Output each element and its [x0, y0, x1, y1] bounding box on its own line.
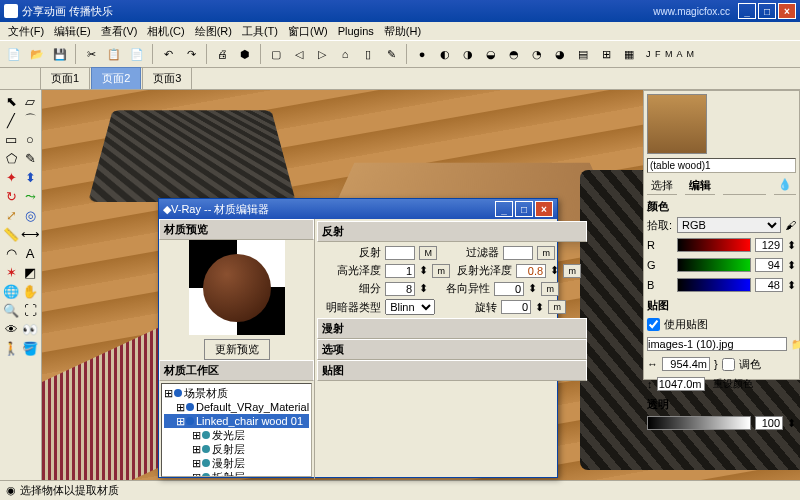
menu-tools[interactable]: 工具(T) — [238, 23, 282, 40]
sphere7-icon[interactable]: ◕ — [550, 44, 570, 64]
material-tree[interactable]: ⊞场景材质⊞Default_VRay_Material⊞Linked_chair… — [161, 383, 312, 477]
close-button[interactable]: × — [778, 3, 796, 19]
tab-page2[interactable]: 页面2 — [91, 67, 141, 89]
rect-tool-icon[interactable]: ▭ — [2, 130, 20, 148]
orbit-tool-icon[interactable]: 🌐 — [2, 282, 20, 300]
zoomext-tool-icon[interactable]: ⛶ — [21, 301, 39, 319]
paste-icon[interactable]: 📄 — [127, 44, 147, 64]
offset-tool-icon[interactable]: ◎ — [21, 206, 39, 224]
tab-page1[interactable]: 页面1 — [40, 67, 90, 89]
texture-file-input[interactable] — [647, 337, 787, 351]
use-texture-checkbox[interactable] — [647, 318, 660, 331]
tree-node[interactable]: ⊞折射层 — [164, 470, 309, 477]
save-icon[interactable]: 💾 — [50, 44, 70, 64]
tree-node[interactable]: ⊞场景材质 — [164, 386, 309, 400]
menu-help[interactable]: 帮助(H) — [380, 23, 425, 40]
pan-tool-icon[interactable]: ✋ — [21, 282, 39, 300]
vray-minimize-button[interactable]: _ — [495, 201, 513, 217]
r-slider[interactable] — [677, 238, 751, 252]
reflect-section[interactable]: 反射 — [317, 221, 587, 242]
menu-view[interactable]: 查看(V) — [97, 23, 142, 40]
color-mode-select[interactable]: RGB — [677, 217, 781, 233]
picker-icon[interactable]: 🖌 — [785, 219, 796, 231]
sphere6-icon[interactable]: ◔ — [527, 44, 547, 64]
zoom-tool-icon[interactable]: 🔍 — [2, 301, 20, 319]
section-tool-icon[interactable]: ◩ — [21, 263, 39, 281]
browse-icon[interactable]: 📁 — [791, 338, 800, 351]
tree-node[interactable]: ⊞Default_VRay_Material — [164, 400, 309, 414]
line-tool-icon[interactable]: ╱ — [2, 111, 20, 129]
hilight-map-button[interactable]: m — [432, 264, 450, 278]
vray-close-button[interactable]: × — [535, 201, 553, 217]
tint-checkbox[interactable] — [722, 358, 735, 371]
minimize-button[interactable]: _ — [738, 3, 756, 19]
reflect-color[interactable] — [385, 246, 415, 260]
text-tool-icon[interactable]: A — [21, 244, 39, 262]
maximize-button[interactable]: □ — [758, 3, 776, 19]
menu-file[interactable]: 文件(F) — [4, 23, 48, 40]
pushpull-tool-icon[interactable]: ⬍ — [21, 168, 39, 186]
hilight-gloss-input[interactable]: 1 — [385, 264, 415, 278]
circle-tool-icon[interactable]: ○ — [21, 130, 39, 148]
arc-tool-icon[interactable]: ⌒ — [21, 111, 39, 129]
dim-tool-icon[interactable]: ⟷ — [21, 225, 39, 243]
copy-icon[interactable]: 📋 — [104, 44, 124, 64]
subdiv-input[interactable]: 8 — [385, 282, 415, 296]
filter-color[interactable] — [503, 246, 533, 260]
scale-tool-icon[interactable]: ⤢ — [2, 206, 20, 224]
open-icon[interactable]: 📂 — [27, 44, 47, 64]
components-icon[interactable]: ⊞ — [596, 44, 616, 64]
tree-node[interactable]: ⊞Linked_chair wood 01 — [164, 414, 309, 428]
vray-maximize-button[interactable]: □ — [515, 201, 533, 217]
redo-icon[interactable]: ↷ — [181, 44, 201, 64]
sphere2-icon[interactable]: ◐ — [435, 44, 455, 64]
rot-map-button[interactable]: m — [548, 300, 566, 314]
next-icon[interactable]: ▷ — [312, 44, 332, 64]
maps-section[interactable]: 贴图 — [317, 360, 587, 381]
follow-tool-icon[interactable]: ⤳ — [21, 187, 39, 205]
mat-tab-edit[interactable]: 编辑 — [685, 177, 715, 195]
eraser-tool-icon[interactable]: ▱ — [21, 92, 39, 110]
tab-page3[interactable]: 页面3 — [142, 67, 192, 89]
select-tool-icon[interactable]: ⬉ — [2, 92, 20, 110]
tree-node[interactable]: ⊞发光层 — [164, 428, 309, 442]
menu-window[interactable]: 窗口(W) — [284, 23, 332, 40]
vray-titlebar[interactable]: ◆ V-Ray -- 材质编辑器 _ □ × — [159, 199, 557, 219]
menu-plugins[interactable]: Plugins — [334, 24, 378, 38]
paint-bucket-icon[interactable]: 🪣 — [21, 339, 39, 357]
rotation-input[interactable]: 0 — [501, 300, 531, 314]
options-section[interactable]: 选项 — [317, 339, 587, 360]
menu-camera[interactable]: 相机(C) — [143, 23, 188, 40]
freehand-tool-icon[interactable]: ✎ — [21, 149, 39, 167]
tree-node[interactable]: ⊞反射层 — [164, 442, 309, 456]
cut-icon[interactable]: ✂ — [81, 44, 101, 64]
protractor-tool-icon[interactable]: ◠ — [2, 244, 20, 262]
sphere4-icon[interactable]: ◒ — [481, 44, 501, 64]
sphere3-icon[interactable]: ◑ — [458, 44, 478, 64]
prev-icon[interactable]: ◁ — [289, 44, 309, 64]
g-slider[interactable] — [677, 258, 751, 272]
home-icon[interactable]: ⌂ — [335, 44, 355, 64]
sphere1-icon[interactable]: ● — [412, 44, 432, 64]
box-icon[interactable]: ▢ — [266, 44, 286, 64]
tape-tool-icon[interactable]: 📏 — [2, 225, 20, 243]
tree-node[interactable]: ⊞漫射层 — [164, 456, 309, 470]
model-icon[interactable]: ⬢ — [235, 44, 255, 64]
diffuse-section[interactable]: 漫射 — [317, 318, 587, 339]
undo-icon[interactable]: ↶ — [158, 44, 178, 64]
look-tool-icon[interactable]: 👀 — [21, 320, 39, 338]
reflect-gloss-input[interactable]: 0.8 — [516, 264, 546, 278]
move-tool-icon[interactable]: ✦ — [2, 168, 20, 186]
new-icon[interactable]: 📄 — [4, 44, 24, 64]
aniso-input[interactable]: 0 — [494, 282, 524, 296]
outliner-icon[interactable]: ▦ — [619, 44, 639, 64]
rotate-tool-icon[interactable]: ↻ — [2, 187, 20, 205]
walk-tool-icon[interactable]: 🚶 — [2, 339, 20, 357]
opacity-slider[interactable] — [647, 416, 751, 430]
eyedropper-icon[interactable]: 💧 — [774, 177, 796, 195]
menu-edit[interactable]: 编辑(E) — [50, 23, 95, 40]
mat-tab-select[interactable]: 选择 — [647, 177, 677, 195]
print-icon[interactable]: 🖨 — [212, 44, 232, 64]
page-icon[interactable]: ▯ — [358, 44, 378, 64]
paint-icon[interactable]: ✎ — [381, 44, 401, 64]
